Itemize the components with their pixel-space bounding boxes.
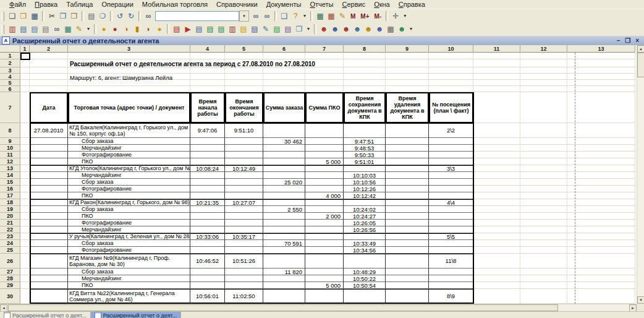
table-cell[interactable]	[344, 199, 386, 206]
cell[interactable]	[473, 269, 520, 275]
table-cell[interactable]	[305, 179, 344, 186]
table-cell[interactable]	[263, 275, 305, 282]
table-cell[interactable]	[190, 179, 225, 186]
cell[interactable]	[386, 59, 429, 67]
table-cell[interactable]	[30, 138, 68, 145]
cell[interactable]	[344, 59, 386, 67]
column-header-6[interactable]: 6	[263, 45, 305, 53]
table-cell[interactable]: 9:47:51	[344, 138, 386, 145]
cell[interactable]	[20, 213, 30, 220]
spreadsheet[interactable]: 123456789101112131234567ДатаТорговая точ…	[0, 45, 637, 304]
table-header-cell[interactable]: Сумма заказа	[263, 92, 305, 123]
find-next-icon[interactable]: ∞	[250, 11, 261, 22]
cell[interactable]	[520, 199, 567, 206]
memory-button-M[interactable]: M	[348, 13, 358, 20]
menu-item-8[interactable]: Отчеты	[305, 1, 337, 8]
cell[interactable]	[567, 172, 635, 179]
table-cell[interactable]	[225, 275, 263, 282]
cell[interactable]	[520, 269, 567, 275]
cell[interactable]	[305, 80, 344, 86]
redo-icon[interactable]: ↻	[125, 11, 137, 22]
find-icon[interactable]: ∞	[143, 11, 154, 22]
cell[interactable]	[20, 240, 30, 247]
find-prev-icon[interactable]: ∞	[261, 11, 273, 22]
table-cell[interactable]	[225, 158, 263, 165]
cell[interactable]	[567, 213, 635, 220]
cell[interactable]	[567, 86, 635, 92]
table-cell[interactable]	[386, 192, 429, 199]
cell[interactable]	[20, 275, 30, 282]
cell[interactable]	[344, 53, 386, 59]
dropdown-arrow-icon[interactable]: ▾	[401, 11, 409, 22]
table-cell[interactable]	[30, 152, 68, 158]
table-cell[interactable]	[225, 213, 263, 220]
table-cell[interactable]: 10:26:05	[344, 220, 386, 226]
cell[interactable]	[68, 53, 190, 59]
table-cell[interactable]	[305, 152, 344, 158]
row-header-19[interactable]: 19	[0, 206, 20, 213]
menu-item-6[interactable]: Справочники	[212, 1, 262, 8]
doc-edit-icon[interactable]: ✎	[260, 24, 271, 35]
cell[interactable]	[473, 226, 520, 233]
table-cell[interactable]: 9:51:10	[225, 123, 263, 138]
cell[interactable]	[20, 53, 30, 59]
table-cell[interactable]: 10:27:07	[225, 199, 263, 206]
table-cell[interactable]	[386, 165, 429, 172]
row-header-20[interactable]: 20	[0, 213, 20, 220]
cell[interactable]	[20, 206, 30, 213]
table-cell[interactable]	[344, 165, 386, 172]
row-header-28[interactable]: 28	[0, 275, 20, 282]
table-cell[interactable]	[263, 186, 305, 192]
cell[interactable]	[520, 233, 567, 240]
cell[interactable]	[520, 186, 567, 192]
table-cell[interactable]	[305, 269, 344, 275]
cell[interactable]	[520, 165, 567, 172]
table-cell[interactable]: 8\9	[429, 289, 473, 304]
table-cell[interactable]	[305, 123, 344, 138]
cell[interactable]	[567, 165, 635, 172]
table-cell[interactable]	[30, 289, 68, 304]
menu-item-2[interactable]: Правка	[30, 1, 62, 8]
row-header-3[interactable]: 3	[0, 67, 20, 74]
table-cell[interactable]	[429, 226, 473, 233]
menu-item-7[interactable]: Документы	[262, 1, 306, 8]
table-cell[interactable]	[429, 186, 473, 192]
table-cell[interactable]: 10:33:49	[344, 240, 386, 247]
cell[interactable]	[20, 80, 30, 86]
cell[interactable]	[567, 138, 635, 145]
table-cell[interactable]	[190, 186, 225, 192]
cell[interactable]	[473, 53, 520, 59]
cell[interactable]	[567, 206, 635, 213]
cell[interactable]	[473, 86, 520, 92]
coins-icon[interactable]: ●	[154, 24, 165, 35]
table-cell[interactable]	[225, 172, 263, 179]
row-header-6[interactable]: 6	[0, 86, 20, 92]
table-cell[interactable]	[386, 186, 429, 192]
table-cell[interactable]	[263, 247, 305, 254]
cell[interactable]	[567, 233, 635, 240]
cell[interactable]	[520, 254, 567, 269]
table-cell[interactable]: ПКО	[68, 158, 190, 165]
horizontal-scroll-thumb[interactable]	[8, 304, 558, 311]
table-cell[interactable]: КГД Ракон(Калининград г, Горького, дом №…	[68, 199, 190, 206]
table-cell[interactable]	[263, 172, 305, 179]
table-cell[interactable]: Мерчандайзинг	[68, 275, 190, 282]
save-icon[interactable]: ▦	[29, 11, 40, 22]
tools-icon[interactable]: ✛	[390, 11, 401, 22]
menu-item-3[interactable]: Таблица	[62, 1, 97, 8]
cell[interactable]	[520, 138, 567, 145]
memory-button-M-[interactable]: M-	[372, 13, 384, 20]
table-cell[interactable]	[386, 233, 429, 240]
cell[interactable]	[225, 86, 263, 92]
row-header-1[interactable]: 1	[0, 53, 20, 59]
table-cell[interactable]	[386, 158, 429, 165]
table-cell[interactable]: 10:12:42	[344, 192, 386, 199]
table-cell[interactable]	[429, 138, 473, 145]
cell[interactable]	[20, 92, 30, 123]
table-cell[interactable]	[30, 254, 68, 269]
table-cell[interactable]	[305, 186, 344, 192]
cell[interactable]	[20, 186, 30, 192]
cell[interactable]	[520, 158, 567, 165]
tab-report-1[interactable]: Расширенный отчет о деят...	[0, 312, 91, 318]
cell[interactable]	[20, 289, 30, 304]
